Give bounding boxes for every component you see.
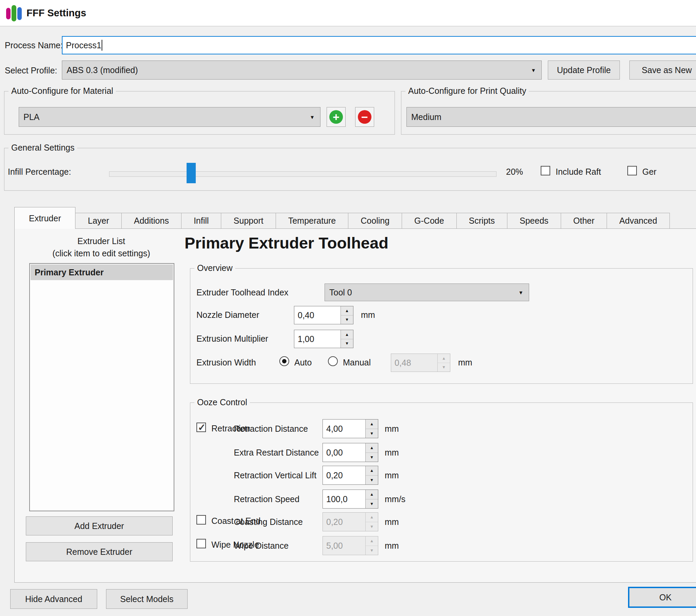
overview-title: Overview [194,263,235,273]
generate-support-checkbox[interactable] [627,166,637,175]
tab-speeds[interactable]: Speeds [507,213,561,229]
spin-down-icon[interactable]: ▼ [366,499,378,509]
simplify3d-logo-icon [6,4,22,22]
extrusion-width-label: Extrusion Width [196,358,256,368]
spin-down-icon[interactable]: ▼ [341,339,353,348]
extra-restart-distance-unit: mm [385,448,399,458]
save-as-new-button[interactable]: Save as New [629,61,696,79]
logo-bar-blue [17,7,22,20]
settings-tab-bar: Extruder Layer Additions Infill Support … [14,206,696,229]
logo-bar-magenta [6,8,11,19]
spin-down-icon: ▼ [366,522,378,532]
ok-button[interactable]: OK [628,587,696,608]
wipe-distance-label: Wipe Distance [234,541,288,551]
wipe-distance-unit: mm [385,541,399,551]
update-profile-button[interactable]: Update Profile [548,61,620,79]
add-extruder-button[interactable]: Add Extruder [26,517,173,536]
toolhead-index-value: Tool 0 [329,288,352,297]
extruder-tab-panel: Extruder List (click item to edit settin… [14,229,696,583]
print-quality-dropdown-value: Medium [411,112,441,122]
tab-infill[interactable]: Infill [181,213,221,229]
extrusion-width-auto-label: Auto [294,358,312,368]
coast-at-end-checkbox[interactable] [196,515,206,525]
tab-temperature[interactable]: Temperature [276,213,348,229]
toolhead-index-label: Extruder Toolhead Index [196,288,288,297]
extrusion-width-manual-label: Manual [343,358,371,368]
retraction-distance-unit: mm [385,424,399,434]
material-dropdown[interactable]: PLA ▼ [19,107,320,127]
tab-additions[interactable]: Additions [122,213,181,229]
extrusion-multiplier-spinner[interactable]: 1,00 ▲▼ [294,330,353,348]
remove-extruder-button[interactable]: Remove Extruder [26,542,173,561]
hide-advanced-button[interactable]: Hide Advanced [10,589,97,609]
ooze-control-title: Ooze Control [194,397,250,407]
chevron-down-icon: ▼ [531,67,536,73]
wipe-nozzle-checkbox[interactable] [196,539,206,548]
remove-material-button[interactable]: − [355,107,374,127]
profile-dropdown-value: ABS 0.3 (modified) [67,65,138,75]
extra-restart-distance-spinner[interactable]: 0,00 ▲▼ [322,443,378,462]
spin-down-icon[interactable]: ▼ [341,315,353,324]
infill-percentage-label: Infill Percentage: [8,167,71,177]
retraction-speed-spinner[interactable]: 100,0 ▲▼ [322,490,378,509]
spin-up-icon[interactable]: ▲ [366,419,378,429]
tab-cooling[interactable]: Cooling [348,213,402,229]
retraction-distance-label: Retraction Distance [234,424,308,434]
nozzle-diameter-label: Nozzle Diameter [196,310,259,320]
retraction-checkbox[interactable] [196,422,206,432]
include-raft-label: Include Raft [556,167,601,177]
extrusion-width-manual-radio[interactable] [328,356,338,366]
extrusion-width-auto-radio[interactable] [279,356,289,366]
retraction-vertical-lift-unit: mm [385,471,399,480]
minus-icon: − [358,110,371,124]
spin-up-icon[interactable]: ▲ [341,330,353,339]
extrusion-width-spinner: 0,48 ▲▼ [391,354,450,372]
tab-gcode[interactable]: G-Code [402,213,457,229]
spin-up-icon[interactable]: ▲ [366,466,378,476]
print-quality-dropdown[interactable]: Medium [407,107,696,127]
spin-down-icon[interactable]: ▼ [366,453,378,462]
auto-configure-quality-title: Auto-Configure for Print Quality [406,86,529,96]
spin-up-icon[interactable]: ▲ [366,443,378,453]
spin-down-icon: ▼ [438,363,450,372]
select-models-button[interactable]: Select Models [106,589,188,609]
process-name-value: Process1 [66,41,101,50]
chevron-down-icon: ▼ [310,114,315,120]
infill-percentage-value: 20% [506,167,523,177]
tab-advanced-clipped[interactable]: Advanced [607,213,669,229]
material-dropdown-value: PLA [23,112,39,122]
infill-slider-track[interactable] [109,171,496,177]
list-item-primary-extruder[interactable]: Primary Extruder [31,264,173,280]
window-title: FFF Settings [27,7,86,19]
spin-up-icon[interactable]: ▲ [366,490,378,499]
auto-configure-material-title: Auto-Configure for Material [9,86,116,96]
coasting-distance-unit: mm [385,517,399,527]
infill-slider-handle[interactable] [187,163,196,183]
spin-down-icon[interactable]: ▼ [366,476,378,485]
spin-up-icon[interactable]: ▲ [341,306,353,315]
logo-bar-green [12,5,16,21]
profile-dropdown[interactable]: ABS 0.3 (modified) ▼ [62,61,542,79]
add-material-button[interactable]: + [327,107,346,127]
retraction-vertical-lift-spinner[interactable]: 0,20 ▲▼ [322,466,378,485]
tab-support[interactable]: Support [221,213,276,229]
process-name-input[interactable]: Process1 [62,36,696,55]
tab-scripts[interactable]: Scripts [457,213,507,229]
toolhead-index-dropdown[interactable]: Tool 0 ▼ [325,283,529,301]
retraction-vertical-lift-label: Retraction Vertical Lift [234,471,316,480]
extrusion-multiplier-label: Extrusion Multiplier [196,334,268,344]
fff-settings-dialog: FFF Settings Process Name: Process1 Sele… [0,0,696,616]
extruder-list-subtitle: (click item to edit settings) [28,248,174,258]
include-raft-checkbox[interactable] [541,166,550,175]
tab-layer[interactable]: Layer [76,213,122,229]
tab-other[interactable]: Other [561,213,607,229]
retraction-distance-spinner[interactable]: 4,00 ▲▼ [322,419,378,438]
extrusion-width-unit: mm [458,358,472,368]
nozzle-diameter-unit: mm [361,310,375,320]
nozzle-diameter-spinner[interactable]: 0,40 ▲▼ [294,306,353,324]
tab-extruder[interactable]: Extruder [14,207,76,229]
extruder-listbox[interactable]: Primary Extruder [29,263,174,511]
general-settings-group: General Settings Infill Percentage: 20% … [4,148,696,191]
wipe-distance-spinner: 5,00 ▲▼ [322,536,378,555]
spin-down-icon[interactable]: ▼ [366,429,378,438]
